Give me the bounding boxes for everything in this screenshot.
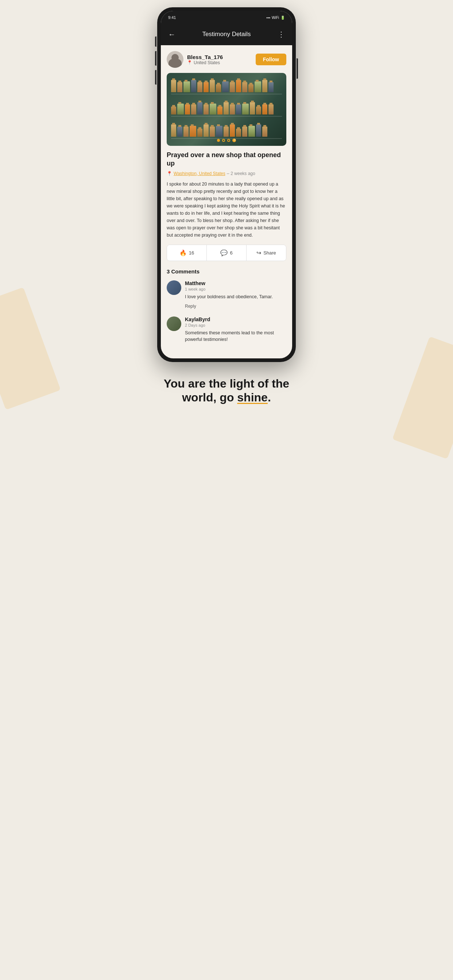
- bottle: [177, 127, 182, 137]
- bottle: [210, 80, 215, 92]
- status-icons: ▪▪▪ WiFi 🔋: [266, 16, 285, 20]
- bottle: [236, 80, 241, 92]
- content-area: Bless_Ta_176 📍 United States Follow: [161, 45, 292, 261]
- fire-icon: 🔥: [179, 250, 187, 256]
- top-navigation: ← Testimony Details ⋮: [161, 24, 292, 45]
- time-display: 9:41: [168, 15, 176, 20]
- comments-title: 3 Comments: [167, 268, 286, 275]
- bottle: [190, 126, 196, 137]
- wifi-icon: WiFi: [272, 16, 279, 20]
- bottle: [171, 124, 176, 137]
- comment-avatar-img2: [167, 317, 181, 331]
- dot-1: [217, 139, 220, 142]
- bottle: [268, 82, 274, 92]
- share-action[interactable]: ↪ Share: [247, 245, 286, 261]
- bottle: [210, 127, 215, 137]
- quote-suffix: .: [268, 391, 271, 404]
- testimony-body: I spoke for about 20 minutes to a lady t…: [167, 180, 286, 239]
- status-bar: 9:41 ▪▪▪ WiFi 🔋: [161, 11, 292, 24]
- bottle: [217, 107, 222, 115]
- bottle: [230, 82, 235, 92]
- location-pin-icon: 📍: [187, 60, 192, 65]
- bottle: [177, 103, 184, 115]
- comment-item: Matthew 1 week ago I love your boldness …: [167, 280, 286, 309]
- bottle: [183, 127, 188, 137]
- follow-button[interactable]: Follow: [256, 54, 286, 65]
- side-button-volume-up: [155, 51, 156, 65]
- location-time: 📍 Washington, United States – 2 weeks ag…: [167, 171, 286, 176]
- more-options-button[interactable]: ⋮: [276, 29, 286, 40]
- bottle: [183, 81, 190, 92]
- testimony-location-link[interactable]: Washington, United States: [174, 171, 225, 176]
- bottle: [242, 82, 247, 92]
- bottle: [223, 102, 229, 115]
- comment-avatar-kayla: [167, 317, 181, 331]
- bottle: [230, 104, 235, 115]
- comment-action[interactable]: 💬 6: [207, 245, 247, 261]
- time-ago: 2 weeks ago: [231, 171, 255, 176]
- comment-count: 6: [230, 250, 232, 256]
- side-button-volume-silent: [155, 37, 156, 47]
- comment-avatar-matthew: [167, 280, 181, 295]
- share-icon: ↪: [257, 250, 261, 256]
- bottle: [250, 102, 255, 115]
- back-button[interactable]: ←: [167, 29, 177, 40]
- action-bar: 🔥 16 💬 6 ↪ Share: [167, 245, 286, 261]
- bottle: [268, 104, 274, 115]
- fire-action[interactable]: 🔥 16: [167, 245, 207, 261]
- quote-text: You are the light of the world, go shine…: [160, 377, 293, 405]
- quote-highlight: shine: [237, 391, 268, 404]
- bottle: [210, 103, 216, 115]
- username[interactable]: Bless_Ta_176: [187, 54, 223, 60]
- comment-item: KaylaByrd 2 Days ago Sometimes these mom…: [167, 317, 286, 345]
- bottle: [242, 103, 249, 115]
- comment-content-kayla: KaylaByrd 2 Days ago Sometimes these mom…: [185, 317, 286, 345]
- reply-button-matthew[interactable]: Reply: [185, 304, 196, 309]
- bottle: [204, 124, 209, 137]
- share-label: Share: [263, 250, 276, 256]
- bottle: [185, 104, 190, 115]
- bottle: [191, 104, 196, 115]
- time-separator: –: [227, 171, 230, 176]
- user-name-area: Bless_Ta_176 📍 United States: [187, 54, 223, 65]
- bottle: [197, 82, 203, 92]
- shelf-visual: [167, 73, 286, 146]
- bottle: [256, 107, 261, 115]
- bottle: [262, 80, 267, 92]
- bottle: [204, 104, 209, 115]
- bottom-quote: You are the light of the world, go shine…: [151, 362, 302, 423]
- dot-3: [227, 139, 230, 142]
- location-text: United States: [194, 60, 220, 65]
- comment-content-matthew: Matthew 1 week ago I love your boldness …: [185, 280, 286, 309]
- phone-screen: 9:41 ▪▪▪ WiFi 🔋 ← Testimony Details ⋮: [161, 11, 292, 358]
- bottle: [197, 102, 203, 115]
- shelf-row-3: [171, 124, 282, 139]
- comment-time-matthew: 1 week ago: [185, 287, 286, 291]
- bottle: [248, 84, 254, 92]
- comment-text-matthew: I love your boldness and obedience, Tama…: [185, 293, 286, 301]
- dot-2: [222, 139, 225, 142]
- comment-text-kayla: Sometimes these moments lead to the most…: [185, 329, 286, 344]
- comment-icon: 💬: [220, 250, 228, 256]
- bottle: [236, 104, 241, 115]
- bottle: [262, 127, 267, 137]
- bottle: [191, 80, 196, 92]
- avatar[interactable]: [167, 51, 183, 68]
- signal-icon: ▪▪▪: [266, 16, 270, 20]
- bottle: [230, 124, 235, 137]
- dot-4: ⏱: [232, 138, 236, 142]
- comment-author-kayla: KaylaByrd: [185, 317, 286, 322]
- bottle: [236, 129, 241, 137]
- bottle: [197, 129, 203, 137]
- page-title: Testimony Details: [181, 30, 272, 38]
- bottle: [171, 107, 176, 115]
- shelf-row-1: [171, 80, 282, 94]
- testimony-title: Prayed over a new shop that opened up: [167, 151, 286, 168]
- bottle: [256, 124, 261, 137]
- location-red-pin-icon: 📍: [167, 171, 172, 176]
- bottle: [171, 80, 176, 92]
- fire-count: 16: [189, 250, 194, 256]
- user-header: Bless_Ta_176 📍 United States Follow: [167, 51, 286, 68]
- bottle: [248, 126, 255, 137]
- user-location: 📍 United States: [187, 60, 223, 65]
